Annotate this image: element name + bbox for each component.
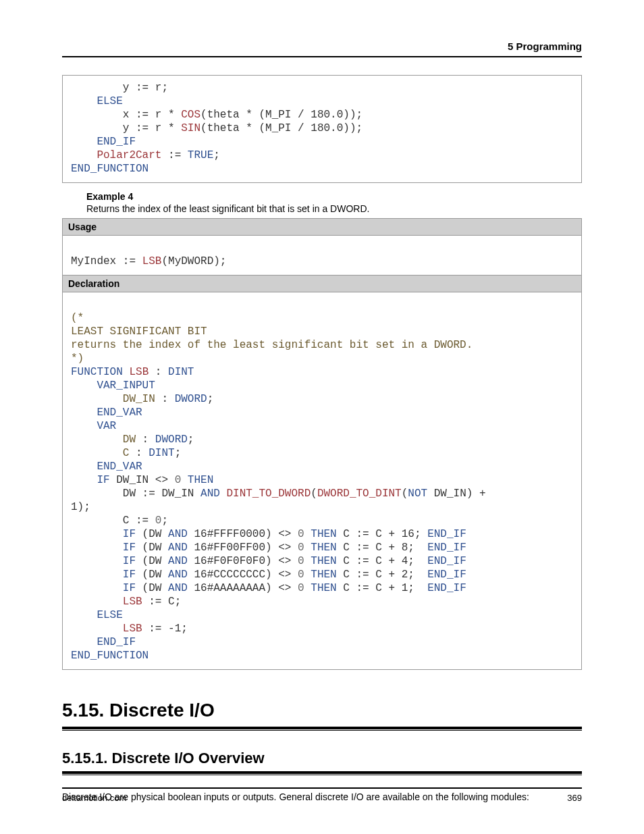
keyword-endif: END_IF: [427, 528, 466, 540]
code-indent: [71, 609, 97, 621]
literal: 0: [298, 555, 304, 567]
keyword-not: NOT: [408, 488, 427, 500]
code-text: ;: [213, 149, 220, 161]
keyword-endif: END_IF: [427, 555, 466, 567]
keyword-and: AND: [168, 528, 188, 540]
func-lsb: LSB: [123, 623, 142, 635]
code-text: x := r *: [71, 109, 181, 121]
code-text: (DW: [136, 555, 168, 567]
literal: 0: [175, 474, 182, 486]
func-cos: COS: [181, 109, 200, 121]
keyword-endvar: END_VAR: [71, 461, 142, 473]
code-text: ;: [207, 393, 214, 405]
code-text: :: [149, 366, 168, 378]
code-text: [220, 488, 227, 500]
subsection-rule: [62, 771, 582, 775]
code-text: (MyDWORD);: [161, 255, 226, 267]
comment: *): [71, 353, 84, 365]
func-lsb: LSB: [123, 596, 142, 608]
keyword-function: FUNCTION: [71, 366, 129, 378]
keyword-endif: END_IF: [97, 636, 136, 648]
code-indent: [71, 95, 97, 107]
keyword-endif: END_IF: [427, 542, 466, 554]
keyword-if: IF: [97, 474, 109, 486]
code-block-lsb: (* LEAST SIGNIFICANT BIT returns the ind…: [62, 292, 582, 670]
code-text: 16#CCCCCCCC) <>: [188, 569, 298, 581]
keyword-and: AND: [168, 555, 188, 567]
section-rule: [62, 727, 582, 731]
literal: 0: [155, 515, 162, 527]
code-text: (: [311, 488, 317, 500]
code-indent: [71, 596, 123, 608]
code-text: (: [402, 488, 408, 500]
page-footer: deltamotion.com 369: [62, 787, 582, 803]
code-block-polar2cart: y := r; ELSE x := r * COS(theta * (M_PI …: [62, 75, 582, 183]
code-indent: [71, 528, 123, 540]
code-indent: [71, 149, 97, 161]
code-text: y := r *: [71, 122, 181, 134]
code-indent: [71, 569, 123, 581]
var-name: DW_IN: [123, 393, 155, 405]
keyword-if: IF: [123, 582, 136, 594]
keyword-if: IF: [123, 542, 136, 554]
keyword-endfunction: END_FUNCTION: [71, 650, 149, 662]
keyword-then: THEN: [304, 555, 337, 567]
code-text: 16#FFFF0000) <>: [188, 528, 298, 540]
keyword-if: IF: [123, 555, 136, 567]
code-text: ;: [175, 447, 182, 459]
code-text: :=: [161, 149, 187, 161]
code-text: (DW: [136, 528, 168, 540]
usage-header: Usage: [62, 218, 582, 236]
keyword-then: THEN: [304, 542, 337, 554]
code-text: 1);: [71, 501, 90, 513]
type-dint: DINT: [149, 447, 174, 459]
func-name: DWORD_TO_DINT: [317, 488, 402, 500]
func-lsb: LSB: [129, 366, 149, 378]
keyword-varinput: VAR_INPUT: [71, 380, 155, 392]
keyword-and: AND: [168, 542, 188, 554]
comment: LEAST SIGNIFICANT BIT: [71, 325, 207, 338]
keyword-and: AND: [168, 582, 188, 594]
code-indent: [71, 136, 97, 148]
keyword-and: AND: [168, 569, 188, 581]
code-indent: [71, 542, 123, 554]
code-text: ;: [161, 515, 168, 527]
keyword-endif: END_IF: [427, 582, 466, 594]
keyword-then: THEN: [181, 474, 213, 486]
code-text: (DW: [136, 569, 168, 581]
code-text: := -1;: [142, 623, 188, 635]
code-text: DW := DW_IN: [71, 488, 200, 500]
keyword-else: ELSE: [97, 609, 122, 621]
keyword-endvar: END_VAR: [71, 407, 142, 419]
code-text: :: [155, 393, 175, 405]
var-name: DW: [123, 434, 136, 446]
code-line: y := r;: [71, 82, 168, 94]
literal: 0: [298, 582, 304, 594]
keyword-if: IF: [123, 528, 136, 540]
keyword-endfunction: END_FUNCTION: [71, 163, 149, 175]
subsection-heading: 5.15.1. Discrete I/O Overview: [62, 750, 582, 767]
code-text: 16#F0F0F0F0) <>: [188, 555, 298, 567]
section-heading: 5.15. Discrete I/O: [62, 700, 582, 721]
code-text: C := C + 2;: [337, 569, 427, 581]
code-indent: [71, 555, 123, 567]
code-indent: [71, 582, 123, 594]
example-4-title: Example 4: [86, 191, 582, 202]
keyword-if: IF: [123, 569, 136, 581]
declaration-header: Declaration: [62, 276, 582, 292]
code-text: C := C + 8;: [337, 542, 427, 554]
code-text: DW_IN <>: [110, 474, 175, 486]
func-sin: SIN: [181, 122, 200, 134]
type-dword: DWORD: [175, 393, 207, 405]
code-indent: [71, 393, 123, 405]
keyword-var: VAR: [71, 420, 116, 432]
code-text: C :=: [71, 515, 155, 527]
code-text: 16#AAAAAAAA) <>: [188, 582, 298, 594]
code-text: (DW: [136, 582, 168, 594]
example-4-desc: Returns the index of the least significa…: [86, 203, 582, 214]
var-name: C: [123, 447, 130, 459]
func-lsb: LSB: [142, 255, 162, 267]
code-text: := C;: [142, 596, 182, 608]
keyword-true: TRUE: [188, 149, 213, 161]
keyword-then: THEN: [304, 582, 337, 594]
